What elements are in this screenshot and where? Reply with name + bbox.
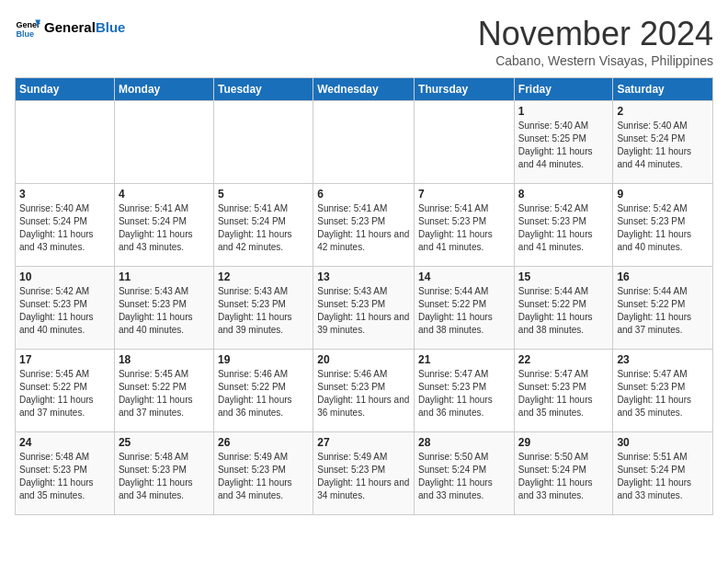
day-info: Sunrise: 5:40 AM Sunset: 5:24 PM Dayligh… — [19, 202, 110, 254]
day-number: 7 — [418, 188, 510, 201]
calendar-cell: 4Sunrise: 5:41 AM Sunset: 5:24 PM Daylig… — [114, 184, 213, 267]
calendar-cell: 5Sunrise: 5:41 AM Sunset: 5:24 PM Daylig… — [213, 184, 313, 267]
calendar-cell: 18Sunrise: 5:45 AM Sunset: 5:22 PM Dayli… — [114, 350, 213, 432]
calendar-cell: 19Sunrise: 5:46 AM Sunset: 5:22 PM Dayli… — [213, 350, 313, 432]
calendar-cell: 11Sunrise: 5:43 AM Sunset: 5:23 PM Dayli… — [114, 267, 213, 350]
calendar-cell: 12Sunrise: 5:43 AM Sunset: 5:23 PM Dayli… — [213, 267, 313, 350]
calendar-cell: 23Sunrise: 5:47 AM Sunset: 5:23 PM Dayli… — [613, 350, 713, 432]
calendar-cell: 30Sunrise: 5:51 AM Sunset: 5:24 PM Dayli… — [613, 432, 713, 515]
day-number: 30 — [617, 436, 709, 449]
day-number: 2 — [617, 105, 709, 118]
calendar-week-row: 1Sunrise: 5:40 AM Sunset: 5:25 PM Daylig… — [16, 101, 713, 184]
day-number: 25 — [119, 436, 210, 449]
weekday-header: Friday — [514, 78, 613, 101]
calendar-cell — [213, 101, 313, 184]
calendar-cell: 25Sunrise: 5:48 AM Sunset: 5:23 PM Dayli… — [114, 432, 213, 515]
day-number: 29 — [518, 436, 609, 449]
day-info: Sunrise: 5:42 AM Sunset: 5:23 PM Dayligh… — [617, 202, 709, 254]
day-number: 23 — [617, 353, 709, 366]
calendar-cell — [313, 101, 415, 184]
calendar-week-row: 24Sunrise: 5:48 AM Sunset: 5:23 PM Dayli… — [16, 432, 713, 515]
day-number: 4 — [119, 188, 210, 201]
day-number: 27 — [317, 436, 410, 449]
day-number: 11 — [119, 270, 210, 283]
day-info: Sunrise: 5:46 AM Sunset: 5:22 PM Dayligh… — [218, 368, 309, 419]
calendar-cell — [415, 101, 515, 184]
logo-icon: General Blue — [15, 15, 40, 40]
day-info: Sunrise: 5:49 AM Sunset: 5:23 PM Dayligh… — [218, 451, 309, 502]
weekday-header: Tuesday — [213, 78, 313, 101]
day-number: 14 — [418, 270, 510, 283]
day-info: Sunrise: 5:48 AM Sunset: 5:23 PM Dayligh… — [119, 451, 210, 502]
calendar-cell: 7Sunrise: 5:41 AM Sunset: 5:23 PM Daylig… — [415, 184, 515, 267]
calendar-cell: 1Sunrise: 5:40 AM Sunset: 5:25 PM Daylig… — [514, 101, 613, 184]
day-number: 8 — [518, 188, 609, 201]
page-header: General Blue GeneralBlue November 2024 C… — [15, 15, 713, 68]
calendar-cell: 6Sunrise: 5:41 AM Sunset: 5:23 PM Daylig… — [313, 184, 415, 267]
logo-text: GeneralBlue — [44, 20, 125, 36]
day-number: 13 — [317, 270, 410, 283]
day-number: 12 — [218, 270, 309, 283]
calendar-cell: 2Sunrise: 5:40 AM Sunset: 5:24 PM Daylig… — [613, 101, 713, 184]
day-info: Sunrise: 5:44 AM Sunset: 5:22 PM Dayligh… — [617, 285, 709, 337]
day-info: Sunrise: 5:45 AM Sunset: 5:22 PM Dayligh… — [119, 368, 210, 419]
calendar-week-row: 3Sunrise: 5:40 AM Sunset: 5:24 PM Daylig… — [16, 184, 713, 267]
day-number: 6 — [317, 188, 410, 201]
day-info: Sunrise: 5:44 AM Sunset: 5:22 PM Dayligh… — [518, 285, 609, 337]
day-number: 18 — [119, 353, 210, 366]
day-info: Sunrise: 5:45 AM Sunset: 5:22 PM Dayligh… — [19, 368, 110, 419]
day-number: 21 — [418, 353, 510, 366]
calendar-cell: 20Sunrise: 5:46 AM Sunset: 5:23 PM Dayli… — [313, 350, 415, 432]
calendar-cell: 9Sunrise: 5:42 AM Sunset: 5:23 PM Daylig… — [613, 184, 713, 267]
calendar-cell: 28Sunrise: 5:50 AM Sunset: 5:24 PM Dayli… — [415, 432, 515, 515]
day-number: 10 — [19, 270, 110, 283]
day-number: 22 — [518, 353, 609, 366]
day-number: 28 — [418, 436, 510, 449]
calendar-cell: 26Sunrise: 5:49 AM Sunset: 5:23 PM Dayli… — [213, 432, 313, 515]
calendar-week-row: 17Sunrise: 5:45 AM Sunset: 5:22 PM Dayli… — [16, 350, 713, 432]
day-number: 19 — [218, 353, 309, 366]
calendar-cell: 24Sunrise: 5:48 AM Sunset: 5:23 PM Dayli… — [16, 432, 115, 515]
day-info: Sunrise: 5:50 AM Sunset: 5:24 PM Dayligh… — [418, 451, 510, 502]
day-info: Sunrise: 5:47 AM Sunset: 5:23 PM Dayligh… — [617, 368, 709, 419]
logo: General Blue GeneralBlue — [15, 15, 125, 40]
day-info: Sunrise: 5:40 AM Sunset: 5:24 PM Dayligh… — [617, 120, 709, 171]
calendar-cell: 16Sunrise: 5:44 AM Sunset: 5:22 PM Dayli… — [613, 267, 713, 350]
day-info: Sunrise: 5:46 AM Sunset: 5:23 PM Dayligh… — [317, 368, 410, 419]
weekday-header: Thursday — [415, 78, 515, 101]
weekday-header: Wednesday — [313, 78, 415, 101]
calendar-cell: 10Sunrise: 5:42 AM Sunset: 5:23 PM Dayli… — [16, 267, 115, 350]
day-info: Sunrise: 5:41 AM Sunset: 5:24 PM Dayligh… — [119, 202, 210, 254]
day-number: 3 — [19, 188, 110, 201]
day-info: Sunrise: 5:42 AM Sunset: 5:23 PM Dayligh… — [19, 285, 110, 337]
calendar-cell: 29Sunrise: 5:50 AM Sunset: 5:24 PM Dayli… — [514, 432, 613, 515]
calendar-cell: 8Sunrise: 5:42 AM Sunset: 5:23 PM Daylig… — [514, 184, 613, 267]
calendar-table: SundayMondayTuesdayWednesdayThursdayFrid… — [15, 77, 713, 515]
day-number: 5 — [218, 188, 309, 201]
day-number: 17 — [19, 353, 110, 366]
day-number: 26 — [218, 436, 309, 449]
day-info: Sunrise: 5:49 AM Sunset: 5:23 PM Dayligh… — [317, 451, 410, 502]
day-info: Sunrise: 5:47 AM Sunset: 5:23 PM Dayligh… — [518, 368, 609, 419]
day-info: Sunrise: 5:42 AM Sunset: 5:23 PM Dayligh… — [518, 202, 609, 254]
day-info: Sunrise: 5:43 AM Sunset: 5:23 PM Dayligh… — [119, 285, 210, 337]
calendar-header-row: SundayMondayTuesdayWednesdayThursdayFrid… — [16, 78, 713, 101]
day-info: Sunrise: 5:44 AM Sunset: 5:22 PM Dayligh… — [418, 285, 510, 337]
day-info: Sunrise: 5:41 AM Sunset: 5:23 PM Dayligh… — [418, 202, 510, 254]
day-number: 16 — [617, 270, 709, 283]
weekday-header: Saturday — [613, 78, 713, 101]
calendar-cell — [114, 101, 213, 184]
day-number: 9 — [617, 188, 709, 201]
day-number: 1 — [518, 105, 609, 118]
calendar-cell: 27Sunrise: 5:49 AM Sunset: 5:23 PM Dayli… — [313, 432, 415, 515]
day-info: Sunrise: 5:51 AM Sunset: 5:24 PM Dayligh… — [617, 451, 709, 502]
title-block: November 2024 Cabano, Western Visayas, P… — [478, 15, 713, 68]
day-info: Sunrise: 5:50 AM Sunset: 5:24 PM Dayligh… — [518, 451, 609, 502]
calendar-week-row: 10Sunrise: 5:42 AM Sunset: 5:23 PM Dayli… — [16, 267, 713, 350]
day-info: Sunrise: 5:47 AM Sunset: 5:23 PM Dayligh… — [418, 368, 510, 419]
calendar-cell — [16, 101, 115, 184]
calendar-cell: 13Sunrise: 5:43 AM Sunset: 5:23 PM Dayli… — [313, 267, 415, 350]
calendar-cell: 15Sunrise: 5:44 AM Sunset: 5:22 PM Dayli… — [514, 267, 613, 350]
day-number: 15 — [518, 270, 609, 283]
weekday-header: Monday — [114, 78, 213, 101]
